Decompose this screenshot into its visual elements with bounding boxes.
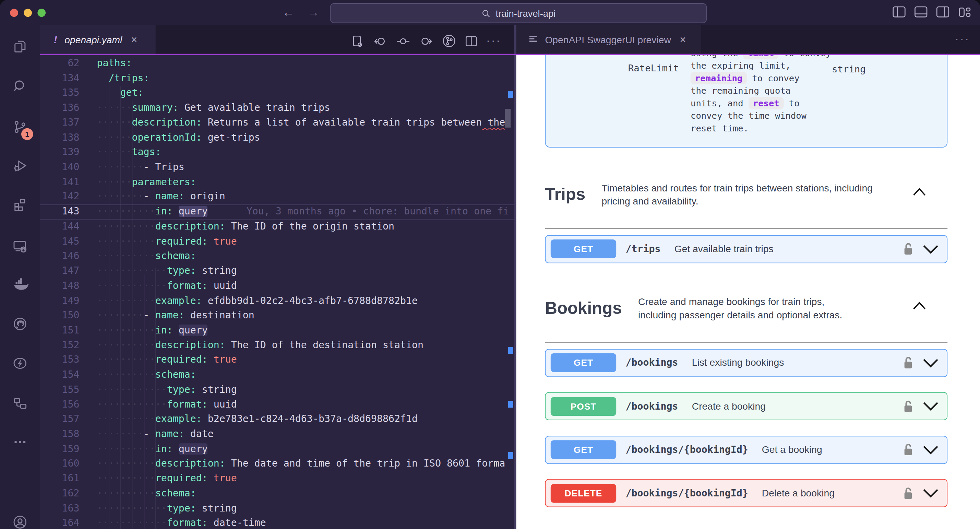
git-graph-icon[interactable] (442, 33, 457, 48)
method-badge: DELETE (551, 484, 616, 503)
previous-change-icon[interactable] (372, 34, 388, 48)
customize-layout-icon[interactable] (958, 6, 971, 18)
toggle-panel-icon[interactable] (915, 6, 928, 18)
code-line-148[interactable]: 148············format: uuid (40, 279, 514, 294)
chevron-down-icon[interactable] (923, 244, 939, 253)
unlocked-padlock-icon[interactable] (903, 242, 913, 256)
unlocked-padlock-icon[interactable] (903, 356, 913, 370)
run-debug-icon[interactable] (12, 158, 27, 173)
account-icon[interactable] (12, 515, 27, 529)
editor-group-sash[interactable] (514, 25, 516, 529)
more-actions-icon[interactable]: ··· (955, 33, 970, 46)
scm-badge: 1 (21, 128, 33, 140)
code-line-154[interactable]: 154··········schema: (40, 368, 514, 382)
code-line-162[interactable]: 162··········schema: (40, 486, 514, 501)
remote-explorer-icon[interactable] (12, 239, 27, 254)
overview-ruler-mark (508, 452, 513, 459)
navigate-forward-icon[interactable]: → (307, 5, 320, 20)
code-line-134[interactable]: 134 /trips: (40, 71, 514, 86)
docker-icon[interactable] (12, 277, 27, 292)
code-line-161[interactable]: 161··········required: true (40, 472, 514, 486)
navigate-back-icon[interactable]: ← (283, 5, 294, 20)
unlocked-padlock-icon[interactable] (903, 399, 913, 413)
minimize-window-button[interactable] (24, 9, 32, 17)
code-line-156[interactable]: 156············format: uuid (40, 397, 514, 412)
operation-row-delete--bookings-bookingId-[interactable]: DELETE/bookings/{bookingId}Delete a book… (545, 479, 947, 507)
code-line-160[interactable]: 160··········description: The date and t… (40, 457, 514, 472)
code-line-145[interactable]: 145··········required: true (40, 234, 514, 249)
code-line-146[interactable]: 146··········schema: (40, 249, 514, 264)
section-header-trips[interactable]: TripsTimetables and routes for train tri… (545, 178, 947, 210)
split-editor-icon[interactable] (464, 34, 478, 48)
more-actions-icon[interactable] (12, 435, 27, 450)
search-icon[interactable] (12, 78, 27, 93)
code-line-163[interactable]: 163············type: string (40, 501, 514, 516)
code-line-141[interactable]: 141······parameters: (40, 175, 514, 190)
line-number: 156 (40, 397, 80, 412)
code-line-62[interactable]: 62paths: (40, 56, 514, 71)
unlocked-padlock-icon[interactable] (903, 443, 913, 456)
extensions-icon[interactable] (12, 197, 27, 212)
method-badge: POST (551, 397, 616, 416)
code-line-135[interactable]: 135 get: (40, 86, 514, 101)
code-line-144[interactable]: 144··········description: The ID of the … (40, 220, 514, 234)
search-text: train-travel-api (496, 8, 556, 19)
operation-row-get--trips[interactable]: GET/tripsGet available train trips (545, 235, 947, 263)
toggle-secondary-sidebar-icon[interactable] (936, 6, 949, 18)
code-line-153[interactable]: 153··········required: true (40, 353, 514, 368)
chevron-down-icon[interactable] (923, 489, 939, 498)
chevron-up-icon[interactable] (912, 188, 926, 196)
code-line-136[interactable]: 136······summary: Get available train tr… (40, 101, 514, 116)
explorer-icon[interactable] (12, 39, 27, 54)
github-icon[interactable] (12, 316, 27, 331)
toggle-primary-sidebar-icon[interactable] (892, 6, 905, 18)
line-number: 144 (40, 220, 80, 234)
tab-swagger-preview[interactable]: OpenAPI SwaggerUI preview × (516, 25, 702, 55)
code-line-159[interactable]: 159··········in: query (40, 442, 514, 457)
code-line-149[interactable]: 149··········example: efdbb9d1-02c2-4bc3… (40, 294, 514, 308)
command-center-search[interactable]: train-travel-api (330, 3, 707, 23)
code-line-142[interactable]: 142········- name: origin (40, 190, 514, 204)
tab-openapi-yaml[interactable]: ! openapi.yaml × (40, 25, 156, 55)
flowchart-icon[interactable] (12, 396, 27, 411)
close-window-button[interactable] (10, 9, 18, 17)
code-line-158[interactable]: 158········- name: date (40, 427, 514, 442)
operation-row-get--bookings-bookingId-[interactable]: GET/bookings/{bookingId}Get a booking (545, 436, 947, 464)
section-divider (545, 228, 947, 229)
code-line-143[interactable]: 143··········in: queryYou, 3 months ago … (40, 204, 514, 219)
chevron-up-icon[interactable] (912, 301, 926, 310)
close-tab-icon[interactable]: × (679, 33, 686, 46)
code-line-155[interactable]: 155············type: string (40, 382, 514, 397)
operation-row-get--bookings[interactable]: GET/bookingsList existing bookings (545, 349, 947, 377)
chevron-down-icon[interactable] (923, 445, 939, 454)
code-line-147[interactable]: 147············type: string (40, 264, 514, 279)
commit-node-icon[interactable] (396, 34, 411, 48)
code-line-152[interactable]: 152··········description: The ID of the … (40, 338, 514, 353)
swagger-preview-panel[interactable]: RateLimit string using the limit to conv… (516, 55, 980, 529)
code-line-164[interactable]: 164············format: date-time (40, 516, 514, 529)
code-line-140[interactable]: 140········- Trips (40, 160, 514, 175)
chevron-down-icon[interactable] (923, 402, 939, 411)
next-change-icon[interactable] (419, 34, 434, 48)
editor-scrollbar[interactable] (505, 109, 511, 127)
code-editor[interactable]: 62paths:134 /trips:135 get:136······summ… (40, 55, 514, 529)
modified-indicator: ! (54, 34, 57, 46)
operation-row-post--bookings[interactable]: POST/bookingsCreate a booking (545, 392, 947, 420)
lightning-icon[interactable] (12, 356, 27, 371)
code-line-157[interactable]: 157··········example: b2e783e1-c824-4d63… (40, 413, 514, 427)
maximize-window-button[interactable] (37, 9, 46, 17)
line-number: 148 (40, 279, 80, 294)
code-line-139[interactable]: 139······tags: (40, 145, 514, 160)
more-actions-icon[interactable]: ··· (486, 34, 501, 47)
section-header-bookings[interactable]: BookingsCreate and manage bookings for t… (545, 292, 947, 325)
section-title: Trips (545, 185, 585, 204)
close-tab-icon[interactable]: × (131, 33, 137, 46)
unlocked-padlock-icon[interactable] (903, 486, 913, 500)
code-line-137[interactable]: 137······description: Returns a list of … (40, 116, 514, 131)
open-preview-icon[interactable] (351, 34, 364, 48)
code-line-138[interactable]: 138······operationId: get-trips (40, 131, 514, 145)
code-line-150[interactable]: 150········- name: destination (40, 308, 514, 323)
chevron-down-icon[interactable] (923, 358, 939, 367)
code-line-151[interactable]: 151··········in: query (40, 323, 514, 338)
line-number: 62 (40, 56, 80, 71)
